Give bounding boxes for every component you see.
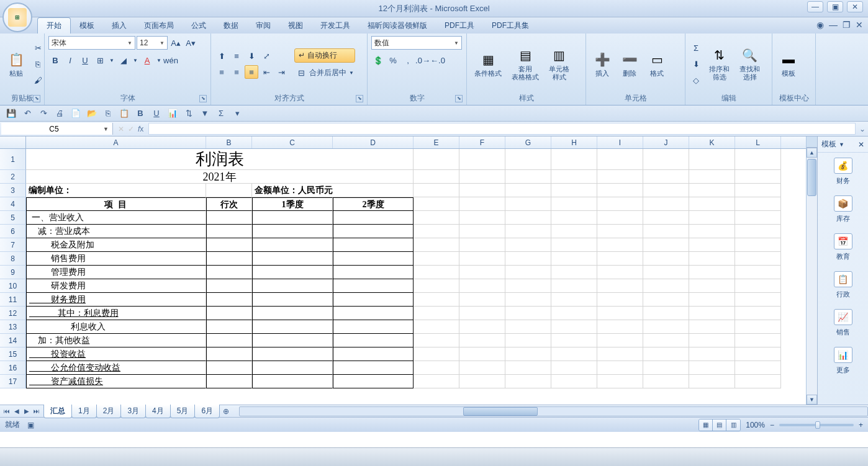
cell[interactable] — [333, 307, 414, 320]
cell[interactable] — [414, 225, 459, 238]
cell[interactable] — [551, 211, 597, 225]
cell[interactable] — [735, 320, 781, 334]
sheet-nav-prev[interactable]: ◀ — [12, 408, 21, 414]
cell[interactable] — [597, 225, 643, 238]
row-header[interactable]: 14 — [0, 334, 26, 347]
cell[interactable] — [505, 238, 551, 252]
cell[interactable] — [643, 266, 689, 279]
cell[interactable] — [643, 375, 689, 388]
autosum-button[interactable]: Σ — [689, 41, 703, 55]
cell[interactable]: 公允价值变动收益 — [26, 361, 206, 375]
cell[interactable] — [597, 320, 643, 334]
cell[interactable] — [735, 170, 781, 184]
cell[interactable] — [505, 361, 551, 375]
worksheet-grid[interactable]: A B C D E F G H I J K L 1利润表22021年3编制单位：… — [0, 137, 806, 405]
cell[interactable] — [643, 347, 689, 361]
cell[interactable] — [206, 307, 252, 320]
cell[interactable] — [505, 334, 551, 347]
cell[interactable]: 其中：利息费用 — [26, 307, 206, 320]
merge-dropdown[interactable]: ▼ — [348, 66, 355, 80]
cell[interactable] — [252, 279, 333, 293]
cell[interactable] — [505, 375, 551, 388]
cell[interactable] — [551, 375, 597, 388]
cell[interactable] — [689, 170, 735, 184]
cell[interactable] — [333, 252, 414, 266]
namebox-dropdown-icon[interactable]: ▼ — [103, 126, 109, 132]
cell[interactable] — [735, 293, 781, 307]
tab-formulas[interactable]: 公式 — [183, 18, 215, 34]
align-top-button[interactable]: ⬆ — [215, 49, 228, 63]
vertical-scrollbar[interactable]: ▲ ▼ — [806, 137, 817, 405]
cell[interactable] — [206, 375, 252, 388]
qat-print-button[interactable]: 🖨 — [53, 107, 66, 120]
font-color-button[interactable]: A — [140, 53, 154, 67]
page-layout-view-button[interactable]: ▤ — [713, 419, 726, 431]
cell[interactable] — [414, 266, 459, 279]
cell[interactable] — [597, 184, 643, 197]
cell[interactable] — [333, 279, 414, 293]
cell[interactable]: 管理费用 — [26, 266, 206, 279]
cell[interactable] — [505, 197, 551, 211]
formula-input[interactable] — [148, 123, 856, 135]
cell[interactable] — [252, 334, 333, 347]
align-center-button[interactable]: ≡ — [230, 65, 243, 79]
cell[interactable] — [505, 149, 551, 170]
row-header[interactable]: 15 — [0, 347, 26, 361]
cell[interactable] — [735, 252, 781, 266]
align-left-button[interactable]: ≡ — [215, 65, 228, 79]
cell[interactable] — [735, 211, 781, 225]
col-header-b[interactable]: B — [206, 137, 252, 148]
template-button[interactable]: ▬模板 — [776, 50, 801, 79]
cell[interactable] — [551, 252, 597, 266]
clipboard-launcher[interactable]: ⬊ — [33, 95, 40, 102]
row-header[interactable]: 13 — [0, 320, 26, 334]
cell[interactable]: 项 目 — [26, 197, 206, 211]
cell[interactable] — [459, 225, 505, 238]
cell[interactable] — [414, 334, 459, 347]
zoom-in-button[interactable]: + — [859, 421, 863, 429]
align-middle-button[interactable]: ≡ — [230, 49, 243, 63]
cell[interactable]: 税金及附加 — [26, 238, 206, 252]
cell[interactable] — [689, 307, 735, 320]
cell[interactable] — [597, 307, 643, 320]
tab-view[interactable]: 视图 — [279, 18, 312, 34]
row-header[interactable]: 7 — [0, 238, 26, 252]
qat-paste-button[interactable]: 📋 — [118, 107, 130, 120]
cell[interactable] — [505, 184, 551, 197]
cell[interactable] — [206, 293, 252, 307]
cell[interactable] — [459, 293, 505, 307]
cell[interactable] — [459, 320, 505, 334]
phonetic-button[interactable]: wén — [164, 53, 178, 67]
cell[interactable] — [735, 375, 781, 388]
row-header[interactable]: 2 — [0, 170, 26, 184]
cell[interactable] — [252, 211, 333, 225]
cell[interactable] — [735, 184, 781, 197]
cell[interactable] — [414, 307, 459, 320]
row-header[interactable]: 16 — [0, 361, 26, 375]
cell[interactable] — [505, 170, 551, 184]
cell[interactable] — [459, 347, 505, 361]
delete-cells-button[interactable]: ➖删除 — [617, 50, 642, 79]
col-header-c[interactable]: C — [252, 137, 333, 148]
cell[interactable] — [551, 334, 597, 347]
cell[interactable] — [505, 252, 551, 266]
cell[interactable] — [459, 361, 505, 375]
cell[interactable] — [597, 211, 643, 225]
cell[interactable] — [735, 307, 781, 320]
cell[interactable] — [252, 225, 333, 238]
scroll-down-button[interactable]: ▼ — [807, 395, 817, 405]
name-box[interactable]: C5 ▼ — [1, 123, 113, 135]
cell[interactable] — [505, 347, 551, 361]
cell[interactable] — [643, 307, 689, 320]
font-color-dropdown[interactable]: ▼ — [155, 53, 163, 67]
cell[interactable] — [459, 252, 505, 266]
qat-sum-button[interactable]: Σ — [215, 107, 227, 120]
cell[interactable] — [597, 361, 643, 375]
qat-open-button[interactable]: 📂 — [86, 107, 98, 120]
cell[interactable] — [206, 238, 252, 252]
cell[interactable] — [252, 307, 333, 320]
cell[interactable]: 加：其他收益 — [26, 334, 206, 347]
cell[interactable] — [597, 375, 643, 388]
cell[interactable]: 财务费用 — [26, 293, 206, 307]
scroll-up-button[interactable]: ▲ — [807, 148, 817, 158]
